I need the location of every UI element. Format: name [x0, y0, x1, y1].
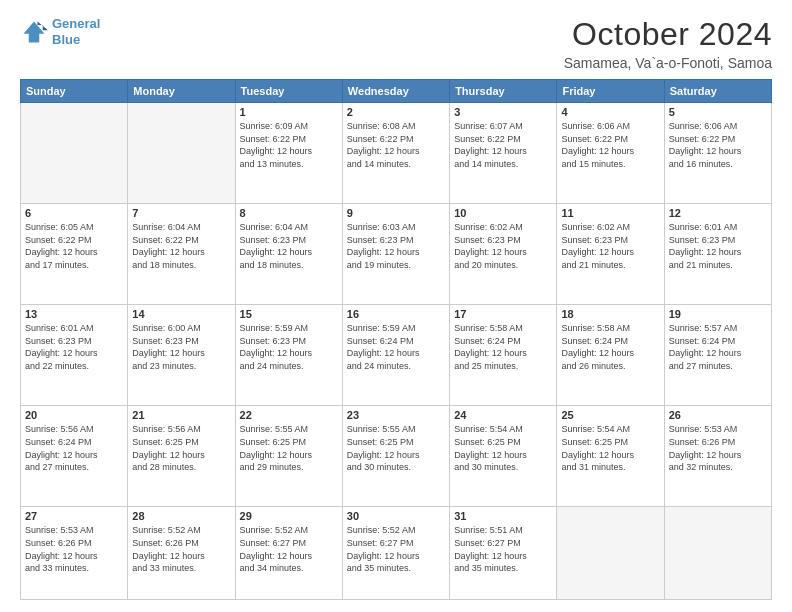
calendar-cell: 23Sunrise: 5:55 AM Sunset: 6:25 PM Dayli…	[342, 406, 449, 507]
calendar-cell: 19Sunrise: 5:57 AM Sunset: 6:24 PM Dayli…	[664, 305, 771, 406]
day-info: Sunrise: 5:56 AM Sunset: 6:24 PM Dayligh…	[25, 423, 123, 473]
day-number: 19	[669, 308, 767, 320]
day-number: 24	[454, 409, 552, 421]
day-info: Sunrise: 6:01 AM Sunset: 6:23 PM Dayligh…	[25, 322, 123, 372]
logo-text: General Blue	[52, 16, 100, 47]
svg-marker-0	[24, 21, 45, 42]
calendar-week-2: 6Sunrise: 6:05 AM Sunset: 6:22 PM Daylig…	[21, 204, 772, 305]
day-info: Sunrise: 6:07 AM Sunset: 6:22 PM Dayligh…	[454, 120, 552, 170]
calendar-cell: 14Sunrise: 6:00 AM Sunset: 6:23 PM Dayli…	[128, 305, 235, 406]
logo: General Blue	[20, 16, 100, 47]
logo-line2: Blue	[52, 32, 80, 47]
calendar-cell: 9Sunrise: 6:03 AM Sunset: 6:23 PM Daylig…	[342, 204, 449, 305]
day-number: 21	[132, 409, 230, 421]
calendar-cell: 12Sunrise: 6:01 AM Sunset: 6:23 PM Dayli…	[664, 204, 771, 305]
day-header-sunday: Sunday	[21, 80, 128, 103]
calendar-cell: 25Sunrise: 5:54 AM Sunset: 6:25 PM Dayli…	[557, 406, 664, 507]
calendar-cell: 22Sunrise: 5:55 AM Sunset: 6:25 PM Dayli…	[235, 406, 342, 507]
day-number: 7	[132, 207, 230, 219]
day-info: Sunrise: 5:54 AM Sunset: 6:25 PM Dayligh…	[561, 423, 659, 473]
day-info: Sunrise: 5:52 AM Sunset: 6:27 PM Dayligh…	[347, 524, 445, 574]
calendar-cell: 6Sunrise: 6:05 AM Sunset: 6:22 PM Daylig…	[21, 204, 128, 305]
day-number: 15	[240, 308, 338, 320]
day-number: 16	[347, 308, 445, 320]
calendar-cell	[128, 103, 235, 204]
day-info: Sunrise: 6:02 AM Sunset: 6:23 PM Dayligh…	[454, 221, 552, 271]
day-header-wednesday: Wednesday	[342, 80, 449, 103]
day-number: 26	[669, 409, 767, 421]
day-number: 23	[347, 409, 445, 421]
day-number: 11	[561, 207, 659, 219]
day-info: Sunrise: 6:02 AM Sunset: 6:23 PM Dayligh…	[561, 221, 659, 271]
day-number: 14	[132, 308, 230, 320]
page: General Blue October 2024 Samamea, Va`a-…	[0, 0, 792, 612]
day-number: 17	[454, 308, 552, 320]
main-title: October 2024	[564, 16, 772, 53]
day-info: Sunrise: 5:53 AM Sunset: 6:26 PM Dayligh…	[25, 524, 123, 574]
day-number: 13	[25, 308, 123, 320]
calendar-cell: 31Sunrise: 5:51 AM Sunset: 6:27 PM Dayli…	[450, 507, 557, 600]
day-info: Sunrise: 6:04 AM Sunset: 6:23 PM Dayligh…	[240, 221, 338, 271]
day-info: Sunrise: 6:08 AM Sunset: 6:22 PM Dayligh…	[347, 120, 445, 170]
calendar-body: 1Sunrise: 6:09 AM Sunset: 6:22 PM Daylig…	[21, 103, 772, 600]
calendar-cell: 3Sunrise: 6:07 AM Sunset: 6:22 PM Daylig…	[450, 103, 557, 204]
day-number: 6	[25, 207, 123, 219]
calendar-cell: 15Sunrise: 5:59 AM Sunset: 6:23 PM Dayli…	[235, 305, 342, 406]
day-number: 28	[132, 510, 230, 522]
calendar-cell: 1Sunrise: 6:09 AM Sunset: 6:22 PM Daylig…	[235, 103, 342, 204]
day-info: Sunrise: 5:59 AM Sunset: 6:23 PM Dayligh…	[240, 322, 338, 372]
calendar-week-1: 1Sunrise: 6:09 AM Sunset: 6:22 PM Daylig…	[21, 103, 772, 204]
day-header-saturday: Saturday	[664, 80, 771, 103]
calendar-cell: 16Sunrise: 5:59 AM Sunset: 6:24 PM Dayli…	[342, 305, 449, 406]
subtitle: Samamea, Va`a-o-Fonoti, Samoa	[564, 55, 772, 71]
day-number: 8	[240, 207, 338, 219]
calendar-cell: 5Sunrise: 6:06 AM Sunset: 6:22 PM Daylig…	[664, 103, 771, 204]
day-info: Sunrise: 6:05 AM Sunset: 6:22 PM Dayligh…	[25, 221, 123, 271]
calendar-cell: 17Sunrise: 5:58 AM Sunset: 6:24 PM Dayli…	[450, 305, 557, 406]
calendar-cell: 20Sunrise: 5:56 AM Sunset: 6:24 PM Dayli…	[21, 406, 128, 507]
day-number: 12	[669, 207, 767, 219]
calendar-cell: 2Sunrise: 6:08 AM Sunset: 6:22 PM Daylig…	[342, 103, 449, 204]
header-row: SundayMondayTuesdayWednesdayThursdayFrid…	[21, 80, 772, 103]
day-info: Sunrise: 5:59 AM Sunset: 6:24 PM Dayligh…	[347, 322, 445, 372]
calendar-week-4: 20Sunrise: 5:56 AM Sunset: 6:24 PM Dayli…	[21, 406, 772, 507]
logo-icon	[20, 18, 48, 46]
calendar-cell: 27Sunrise: 5:53 AM Sunset: 6:26 PM Dayli…	[21, 507, 128, 600]
title-block: October 2024 Samamea, Va`a-o-Fonoti, Sam…	[564, 16, 772, 71]
day-number: 2	[347, 106, 445, 118]
day-number: 9	[347, 207, 445, 219]
day-info: Sunrise: 5:52 AM Sunset: 6:27 PM Dayligh…	[240, 524, 338, 574]
logo-line1: General	[52, 16, 100, 31]
day-info: Sunrise: 6:03 AM Sunset: 6:23 PM Dayligh…	[347, 221, 445, 271]
day-info: Sunrise: 6:04 AM Sunset: 6:22 PM Dayligh…	[132, 221, 230, 271]
day-number: 27	[25, 510, 123, 522]
day-info: Sunrise: 5:58 AM Sunset: 6:24 PM Dayligh…	[561, 322, 659, 372]
day-number: 1	[240, 106, 338, 118]
day-info: Sunrise: 6:01 AM Sunset: 6:23 PM Dayligh…	[669, 221, 767, 271]
day-info: Sunrise: 5:55 AM Sunset: 6:25 PM Dayligh…	[347, 423, 445, 473]
day-number: 25	[561, 409, 659, 421]
day-info: Sunrise: 6:00 AM Sunset: 6:23 PM Dayligh…	[132, 322, 230, 372]
calendar-cell: 21Sunrise: 5:56 AM Sunset: 6:25 PM Dayli…	[128, 406, 235, 507]
calendar-header: SundayMondayTuesdayWednesdayThursdayFrid…	[21, 80, 772, 103]
day-number: 5	[669, 106, 767, 118]
calendar-cell: 18Sunrise: 5:58 AM Sunset: 6:24 PM Dayli…	[557, 305, 664, 406]
calendar-cell: 11Sunrise: 6:02 AM Sunset: 6:23 PM Dayli…	[557, 204, 664, 305]
day-info: Sunrise: 6:06 AM Sunset: 6:22 PM Dayligh…	[669, 120, 767, 170]
day-number: 20	[25, 409, 123, 421]
calendar-week-5: 27Sunrise: 5:53 AM Sunset: 6:26 PM Dayli…	[21, 507, 772, 600]
calendar-cell	[557, 507, 664, 600]
day-info: Sunrise: 5:56 AM Sunset: 6:25 PM Dayligh…	[132, 423, 230, 473]
day-number: 29	[240, 510, 338, 522]
day-number: 18	[561, 308, 659, 320]
calendar-week-3: 13Sunrise: 6:01 AM Sunset: 6:23 PM Dayli…	[21, 305, 772, 406]
day-number: 30	[347, 510, 445, 522]
calendar-cell: 26Sunrise: 5:53 AM Sunset: 6:26 PM Dayli…	[664, 406, 771, 507]
day-info: Sunrise: 5:57 AM Sunset: 6:24 PM Dayligh…	[669, 322, 767, 372]
day-header-thursday: Thursday	[450, 80, 557, 103]
day-header-friday: Friday	[557, 80, 664, 103]
day-info: Sunrise: 5:58 AM Sunset: 6:24 PM Dayligh…	[454, 322, 552, 372]
day-header-monday: Monday	[128, 80, 235, 103]
calendar-cell: 24Sunrise: 5:54 AM Sunset: 6:25 PM Dayli…	[450, 406, 557, 507]
calendar-cell: 7Sunrise: 6:04 AM Sunset: 6:22 PM Daylig…	[128, 204, 235, 305]
